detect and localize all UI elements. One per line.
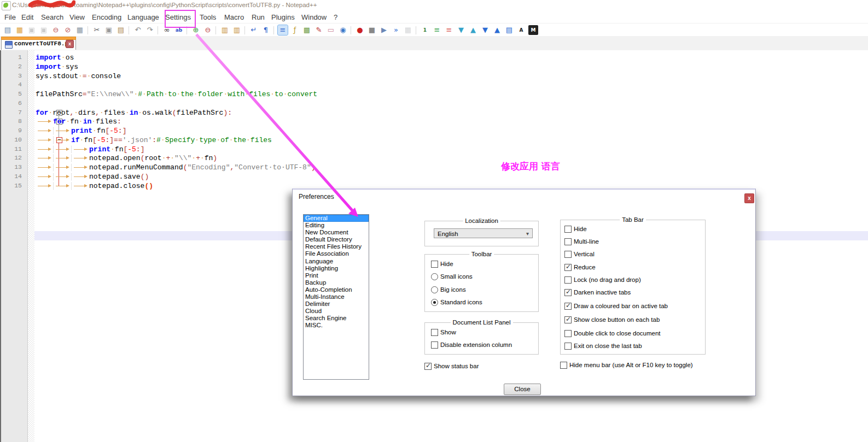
sync-scroll-v-icon[interactable]: ▥	[220, 25, 230, 35]
checkbox-box[interactable]: ✓	[424, 363, 432, 370]
category-list[interactable]: GeneralEditingNew DocumentDefault Direct…	[303, 214, 369, 380]
category-item-auto-completion[interactable]: Auto-Completion	[304, 286, 369, 293]
code-text: for·fn·in·files:	[36, 117, 121, 126]
doc-map-icon[interactable]: ▩	[302, 25, 312, 35]
macro-play-icon[interactable]: ▶	[379, 25, 389, 35]
checkbox-box[interactable]	[564, 330, 572, 337]
plugin-list-green-icon[interactable]: ≡	[432, 25, 442, 35]
close-icon[interactable]: ⊖	[51, 25, 61, 35]
checkbox-box[interactable]	[564, 343, 572, 350]
sync-scroll-h-icon[interactable]: ▥	[232, 25, 242, 35]
menu-item-window[interactable]: Window	[301, 13, 327, 21]
show-all-chars-icon[interactable]: ¶	[261, 25, 271, 35]
undo-icon[interactable]: ↶	[133, 25, 143, 35]
dialog-close-icon[interactable]: x	[745, 194, 754, 203]
menu-item-macro[interactable]: Macro	[224, 13, 244, 21]
menu-item-encoding[interactable]: Encoding	[92, 13, 121, 21]
cut-icon[interactable]: ✂	[92, 25, 102, 35]
macro-record-icon[interactable]: ●	[355, 25, 365, 35]
monitor-icon[interactable]: ◉	[338, 25, 348, 35]
checkbox-box[interactable]: ✓	[564, 303, 572, 310]
category-item-general[interactable]: General	[304, 215, 369, 222]
plugin-down-icon[interactable]: ▼	[480, 25, 490, 35]
checkbox-box[interactable]	[564, 226, 572, 233]
checkbox-box[interactable]	[564, 238, 572, 245]
option-label: Hide menu bar (use Alt or F10 key to tog…	[569, 362, 693, 369]
radio-box[interactable]	[431, 273, 438, 280]
category-item-default-directory[interactable]: Default Directory	[304, 236, 369, 243]
mplus-icon[interactable]: M	[528, 25, 538, 35]
category-item-cloud[interactable]: Cloud	[304, 308, 369, 315]
function-list-icon[interactable]: ƒ	[290, 25, 300, 35]
checkbox-box[interactable]: ✓	[564, 289, 572, 296]
annotation-rect-settings	[165, 10, 196, 28]
radio-box[interactable]	[431, 299, 438, 306]
plugin-collapse-icon[interactable]: ▼	[456, 25, 466, 35]
checkbox-box[interactable]	[431, 261, 438, 268]
code-text: print·fn[-5:]	[36, 126, 126, 135]
menu-item-item[interactable]: ?	[334, 13, 337, 21]
open-icon[interactable]: ▦	[15, 25, 25, 35]
tab-close-icon[interactable]: x	[66, 40, 74, 48]
plugin-list-red-icon[interactable]: ≡	[444, 25, 454, 35]
plugin-panel-icon[interactable]: ▤	[504, 25, 514, 35]
user-lang-icon[interactable]: ✎	[314, 25, 324, 35]
plugin-up-icon[interactable]: ▲	[468, 25, 478, 35]
print-icon[interactable]: ▦	[75, 25, 85, 35]
menu-item-search[interactable]: Search	[41, 13, 63, 21]
paste-icon[interactable]: ▤	[116, 25, 126, 35]
active-tab-color-bar	[1, 37, 76, 40]
close-all-icon[interactable]: ⊘	[63, 25, 73, 35]
check-mark: ✓	[566, 263, 571, 270]
category-item-multi-instance[interactable]: Multi-Instance	[304, 293, 369, 300]
category-item-recent-files-history[interactable]: Recent Files History	[304, 243, 369, 250]
macro-run-multi-icon[interactable]: »	[391, 25, 401, 35]
localization-combobox[interactable]: English ▾	[434, 228, 533, 238]
category-item-highlighting[interactable]: Highlighting	[304, 265, 369, 272]
menu-item-plugins[interactable]: Plugins	[271, 13, 295, 21]
menu-item-run[interactable]: Run	[252, 13, 265, 21]
redo-icon[interactable]: ↷	[145, 25, 155, 35]
save-icon[interactable]: ▣	[27, 25, 37, 35]
category-item-backup[interactable]: Backup	[304, 279, 369, 286]
category-item-print[interactable]: Print	[304, 272, 369, 279]
annotation-note: 修改应用 语言	[501, 160, 560, 173]
macro-save-icon[interactable]: ▦	[403, 25, 413, 35]
menu-item-file[interactable]: File	[4, 13, 16, 21]
spell-abc-icon[interactable]: A	[516, 25, 526, 35]
category-item-search-engine[interactable]: Search Engine	[304, 315, 369, 322]
checkbox-box[interactable]	[564, 276, 572, 284]
checkbox-box[interactable]	[431, 329, 438, 336]
radio-box[interactable]	[431, 286, 438, 293]
save-all-icon[interactable]: ▣	[39, 25, 49, 35]
macro-stop-icon[interactable]: ■	[367, 25, 377, 35]
line-number: 6	[1, 99, 22, 107]
checkbox-box[interactable]: ✓	[564, 316, 572, 323]
word-wrap-icon[interactable]: ↵	[249, 25, 259, 35]
code-line-2: 2import·sys	[0, 62, 868, 72]
plugin-expand-icon[interactable]: ▲	[492, 25, 502, 35]
localization-combo-value: English	[438, 231, 458, 237]
copy-icon[interactable]: ▣	[104, 25, 114, 35]
doc-switcher-icon[interactable]: ▭	[326, 25, 336, 35]
checkbox-box[interactable]: ✓	[564, 264, 572, 271]
category-item-new-document[interactable]: New Document	[304, 229, 369, 236]
new-file-icon[interactable]: ▤	[3, 25, 13, 35]
menu-item-language[interactable]: Language	[127, 13, 159, 21]
category-item-file-association[interactable]: File Association	[304, 250, 369, 257]
close-button[interactable]: Close	[504, 384, 541, 395]
category-item-misc[interactable]: MISC.	[304, 322, 369, 329]
menu-item-tools[interactable]: Tools	[200, 13, 216, 21]
category-item-language[interactable]: Language	[304, 258, 369, 265]
zoom-out-icon[interactable]: ⊖	[203, 25, 213, 35]
file-tab[interactable]: convertToUTF8.py x	[1, 37, 76, 50]
checkbox-box[interactable]	[560, 362, 567, 369]
checkbox-box[interactable]	[431, 341, 438, 349]
checkbox-box[interactable]	[564, 251, 572, 258]
plugin-doc1-icon[interactable]: 1	[420, 25, 430, 35]
category-item-delimiter[interactable]: Delimiter	[304, 300, 369, 308]
menu-item-edit[interactable]: Edit	[21, 13, 33, 21]
menu-item-view[interactable]: View	[69, 13, 85, 21]
category-item-editing[interactable]: Editing	[304, 222, 369, 229]
indent-guide-icon[interactable]: ≡	[278, 25, 288, 35]
